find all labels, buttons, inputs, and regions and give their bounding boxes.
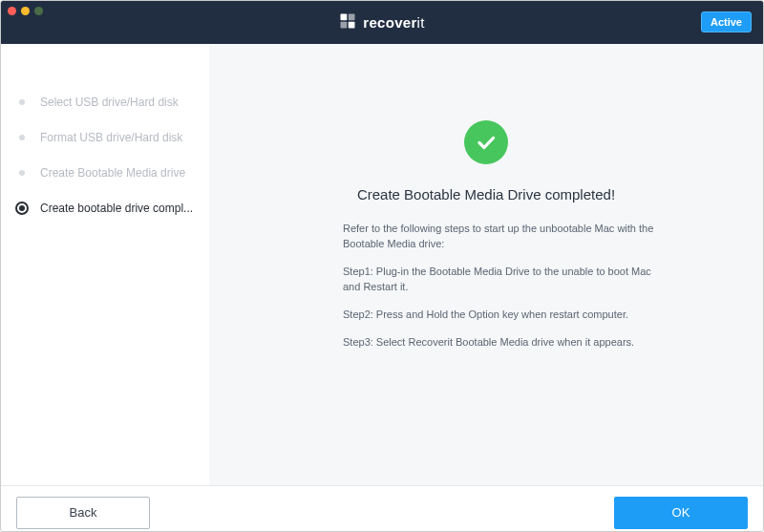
close-window-button[interactable] (8, 7, 16, 15)
step-label: Create Bootable Media drive (40, 166, 185, 180)
minimize-window-button[interactable] (21, 7, 30, 15)
instruction-step2: Step2: Press and Hold the Option key whe… (343, 308, 668, 323)
instruction-step3: Step3: Select Recoverit Bootable Media d… (343, 335, 668, 351)
step-label: Format USB drive/Hard disk (40, 131, 182, 144)
main-panel: Create Bootable Media Drive completed! R… (209, 44, 763, 485)
step-format-usb[interactable]: Format USB drive/Hard disk (15, 131, 209, 144)
active-status-badge[interactable]: Active (701, 11, 752, 32)
instructions-block: Refer to the following steps to start up… (343, 222, 668, 363)
content-area: Select USB drive/Hard disk Format USB dr… (1, 44, 763, 485)
window-controls (8, 7, 43, 15)
step-label: Select USB drive/Hard disk (40, 96, 179, 109)
brand-logo: recoverit (339, 12, 424, 33)
step-label: Create bootable drive compl... (40, 202, 193, 215)
svg-rect-1 (349, 13, 355, 20)
svg-rect-0 (341, 13, 348, 20)
brand-name: recoverit (363, 14, 424, 31)
completion-title: Create Bootable Media Drive completed! (357, 186, 615, 202)
step-dot-icon (15, 131, 29, 144)
svg-rect-2 (341, 21, 348, 28)
maximize-window-button[interactable] (34, 7, 43, 15)
step-bootable-complete[interactable]: Create bootable drive compl... (15, 202, 209, 215)
wondershare-logo-icon (339, 12, 356, 33)
step-dot-icon (15, 96, 29, 109)
step-select-usb[interactable]: Select USB drive/Hard disk (15, 96, 209, 109)
instruction-intro: Refer to the following steps to start up… (343, 222, 668, 252)
instruction-step1: Step1: Plug-in the Bootable Media Drive … (343, 265, 668, 295)
steps-sidebar: Select USB drive/Hard disk Format USB dr… (1, 44, 209, 485)
step-dot-icon (15, 166, 29, 180)
ok-button[interactable]: OK (614, 497, 748, 529)
footer-bar: Back OK (1, 485, 763, 532)
app-header: recoverit Active (1, 1, 763, 44)
svg-rect-3 (349, 21, 355, 28)
success-check-icon (464, 120, 508, 164)
step-create-bootable[interactable]: Create Bootable Media drive (15, 166, 209, 180)
step-dot-active-icon (15, 202, 29, 215)
back-button[interactable]: Back (16, 497, 150, 529)
